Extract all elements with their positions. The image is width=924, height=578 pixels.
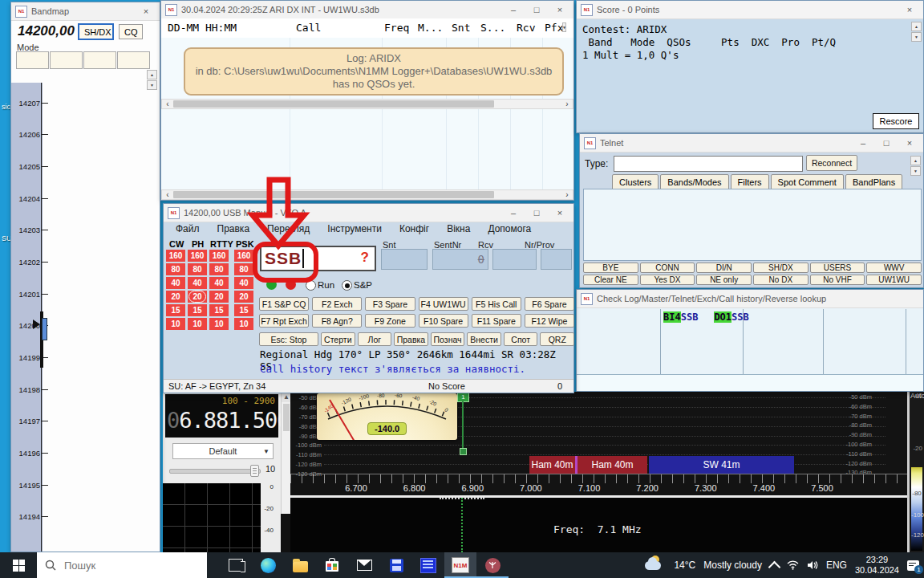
- rescore-button[interactable]: Rescore: [873, 113, 919, 129]
- telnet-command-input[interactable]: [614, 156, 803, 172]
- telnet-command-button[interactable]: Yes DX: [640, 275, 695, 285]
- band-button[interactable]: 40: [188, 277, 207, 289]
- maximize-icon[interactable]: □: [527, 205, 546, 221]
- telnet-command-button[interactable]: CONN: [640, 263, 695, 273]
- frequency-tick-strip[interactable]: [290, 474, 909, 483]
- band-button[interactable]: 80: [166, 263, 185, 275]
- file-explorer-button[interactable]: [284, 552, 316, 578]
- telnet-tab[interactable]: BandPlans: [845, 174, 902, 189]
- scroll-left-icon[interactable]: ‹: [162, 190, 173, 199]
- menu-item[interactable]: Перегляд: [258, 223, 318, 234]
- horizontal-scrollbar[interactable]: ‹ ›: [161, 189, 573, 200]
- scrollbar-thumb[interactable]: [173, 191, 494, 198]
- band-button[interactable]: 20: [188, 291, 207, 303]
- log-pane-lower[interactable]: [161, 109, 573, 189]
- sdr-tuned-frequency[interactable]: 06.881.500: [167, 408, 290, 433]
- close-icon[interactable]: ×: [550, 2, 569, 18]
- bandmap-titlebar[interactable]: N1 Bandmap ×: [11, 2, 160, 21]
- function-key-button[interactable]: F5 His Call: [472, 297, 521, 311]
- cq-button[interactable]: CQ: [119, 24, 143, 39]
- edit-key-button[interactable]: QRZ: [540, 332, 574, 346]
- spin-up-icon[interactable]: ▲: [911, 22, 922, 31]
- menu-item[interactable]: Конфіг: [391, 223, 438, 234]
- weather-temp[interactable]: 14°C: [674, 560, 695, 571]
- frequency-scale[interactable]: 14207 14206 14205 14204 14203 14202 1420…: [11, 83, 43, 552]
- telnet-command-button[interactable]: BYE: [583, 263, 638, 273]
- telnet-command-button[interactable]: No VHF: [810, 275, 865, 285]
- function-key-button[interactable]: F4 UW1WU: [419, 297, 468, 311]
- mode-box[interactable]: [50, 51, 83, 69]
- minimize-icon[interactable]: –: [504, 205, 523, 221]
- rcv-field[interactable]: [492, 249, 537, 270]
- band-button[interactable]: 15: [209, 304, 229, 316]
- wifi-icon[interactable]: [787, 560, 799, 570]
- function-key-button[interactable]: F3 Spare: [365, 297, 415, 311]
- function-key-button[interactable]: F6 Spare: [525, 297, 574, 311]
- waterfall-display[interactable]: Freq: 7.1 MHz: [290, 498, 909, 552]
- spin-down-icon[interactable]: ▼: [910, 166, 921, 176]
- function-key-button[interactable]: F2 Exch: [312, 297, 362, 311]
- minimize-icon[interactable]: –: [504, 2, 523, 18]
- band-button[interactable]: 15: [188, 304, 207, 316]
- band-button[interactable]: 20: [209, 291, 229, 303]
- band-button[interactable]: 160: [188, 250, 207, 262]
- search-input[interactable]: [63, 559, 162, 572]
- band-button[interactable]: 20: [234, 291, 253, 303]
- close-icon[interactable]: ×: [136, 3, 156, 19]
- mode-box[interactable]: [83, 51, 116, 69]
- mail-button[interactable]: [348, 552, 380, 578]
- edge-button[interactable]: [252, 552, 284, 578]
- col-pfx[interactable]: Pfx: [545, 22, 563, 34]
- col-rcv[interactable]: Rcv: [517, 22, 535, 34]
- minimize-icon[interactable]: –: [853, 135, 873, 151]
- menu-item[interactable]: Інструменти: [318, 223, 391, 234]
- band-button[interactable]: 80: [234, 263, 253, 275]
- taskbar-clock[interactable]: 23:29 30.04.2024: [855, 555, 899, 576]
- menu-item[interactable]: Допомога: [479, 223, 540, 234]
- function-key-button[interactable]: F11 Spare: [472, 314, 521, 328]
- nrprov-field[interactable]: [541, 249, 572, 270]
- notification-icon[interactable]: 1: [907, 560, 919, 571]
- scroll-right-icon[interactable]: ›: [561, 190, 573, 199]
- speaker-icon[interactable]: [807, 560, 818, 570]
- reconnect-button[interactable]: Reconnect: [806, 155, 857, 171]
- shdx-button[interactable]: SH/DX: [78, 23, 114, 40]
- telnet-titlebar[interactable]: N1 Telnet – □ ×: [580, 134, 923, 153]
- spin-down-icon[interactable]: ▼: [911, 32, 922, 42]
- close-icon[interactable]: ×: [900, 2, 919, 18]
- tiles-app-button[interactable]: [412, 552, 444, 578]
- spin-up-icon[interactable]: ▲: [910, 156, 921, 165]
- log-pane-upper[interactable]: Log: ARIDX in db: C:\Users\uw1wu\Documen…: [161, 38, 573, 99]
- spin-up-icon[interactable]: ▲: [147, 70, 157, 79]
- scrollbar-thumb[interactable]: [283, 404, 290, 431]
- menu-item[interactable]: Вікна: [438, 223, 479, 234]
- log-titlebar[interactable]: N1 30.04.2024 20:29:25Z ARI DX INT - UW1…: [161, 1, 573, 19]
- col-s[interactable]: S...: [480, 22, 505, 34]
- log-column-headers[interactable]: DD-MM HH:MM Call Freq M... Snt S... Rcv …: [161, 18, 573, 39]
- band-button[interactable]: 80: [209, 263, 229, 275]
- band-button[interactable]: 40: [234, 277, 253, 289]
- band-button[interactable]: 40: [209, 277, 229, 289]
- telnet-spinner[interactable]: ▲ ▼: [910, 156, 921, 176]
- edit-key-button[interactable]: Стерти: [321, 332, 355, 346]
- volume-slider-handle[interactable]: [250, 465, 259, 477]
- telnet-command-button[interactable]: Clear NE: [583, 275, 638, 285]
- volume-slider[interactable]: [169, 469, 261, 474]
- band-button[interactable]: 20: [166, 291, 185, 303]
- callsign-suggestion[interactable]: DO1SSB: [714, 311, 748, 323]
- preset-dropdown[interactable]: Default ▼: [172, 443, 274, 459]
- edit-key-button[interactable]: Правка: [394, 332, 428, 346]
- sentnr-field[interactable]: 0: [432, 249, 488, 270]
- band-button[interactable]: 10: [209, 318, 229, 330]
- function-key-button[interactable]: F8 Agn?: [312, 314, 362, 328]
- function-key-button[interactable]: F1 S&P CQ: [259, 297, 309, 311]
- telnet-command-button[interactable]: USERS: [810, 263, 865, 273]
- waterfall-colorbar[interactable]: -80-100-120: [911, 467, 922, 551]
- telnet-tab[interactable]: Filters: [731, 174, 769, 189]
- scroll-left-icon[interactable]: ‹: [162, 100, 173, 108]
- score-titlebar[interactable]: N1 Score - 0 Points ×: [577, 1, 923, 19]
- marker-handle[interactable]: [460, 448, 467, 455]
- telnet-command-button[interactable]: UW1WU: [866, 275, 922, 285]
- function-key-button[interactable]: F10 Spare: [419, 314, 468, 328]
- telnet-output-area[interactable]: [583, 189, 922, 261]
